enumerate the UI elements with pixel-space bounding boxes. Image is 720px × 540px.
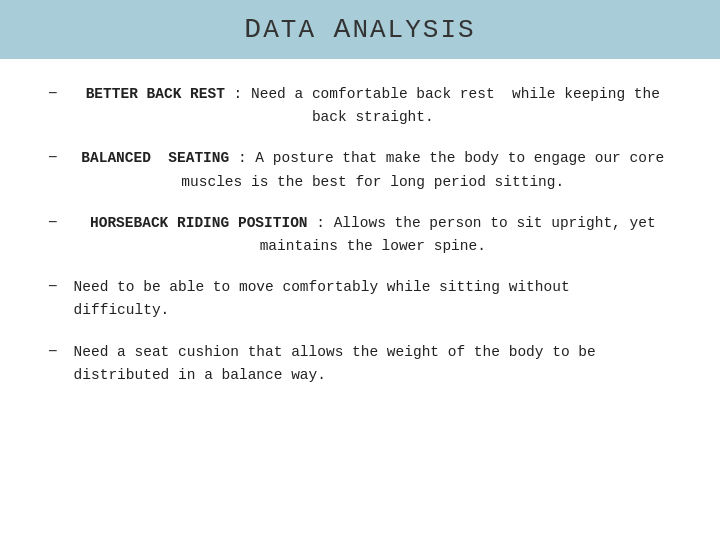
- list-item: − Need to be able to move comfortably wh…: [48, 276, 672, 322]
- bullet-text: BALANCED SEATING : A posture that make t…: [74, 147, 672, 193]
- list-item: − BETTER BACK REST : Need a comfortable …: [48, 83, 672, 129]
- list-item: − HORSEBACK RIDING POSITION : Allows the…: [48, 212, 672, 258]
- bullet-text: Need to be able to move comfortably whil…: [74, 276, 672, 322]
- bullet-marker: −: [48, 85, 58, 103]
- bullet-text: Need a seat cushion that allows the weig…: [74, 341, 672, 387]
- page-title: DATA ANALYSIS: [20, 14, 700, 45]
- list-item: − BALANCED SEATING : A posture that make…: [48, 147, 672, 193]
- bullet-marker: −: [48, 214, 58, 232]
- bullet-marker: −: [48, 278, 58, 296]
- page: DATA ANALYSIS − BETTER BACK REST : Need …: [0, 0, 720, 540]
- bullet-marker: −: [48, 149, 58, 167]
- bullet-marker: −: [48, 343, 58, 361]
- list-item: − Need a seat cushion that allows the we…: [48, 341, 672, 387]
- content-area: − BETTER BACK REST : Need a comfortable …: [0, 83, 720, 540]
- bullet-text: HORSEBACK RIDING POSITION : Allows the p…: [74, 212, 672, 258]
- header: DATA ANALYSIS: [0, 0, 720, 59]
- bullet-text: BETTER BACK REST : Need a comfortable ba…: [74, 83, 672, 129]
